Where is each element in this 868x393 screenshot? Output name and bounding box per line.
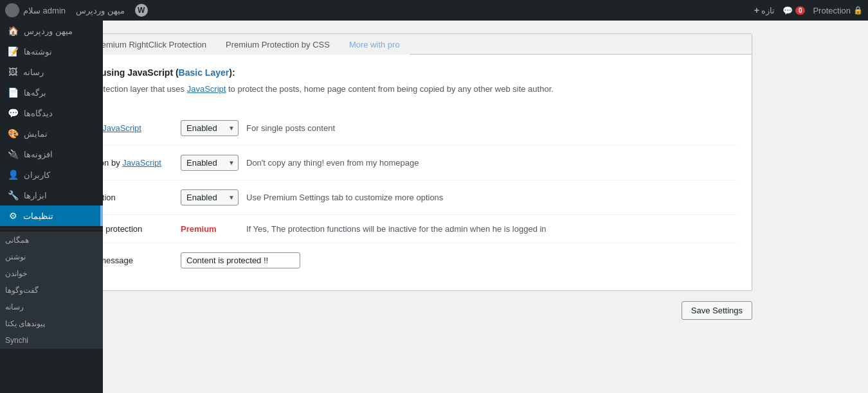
sidebar-item-posts[interactable]: نوشته‌ها 📝: [0, 41, 103, 62]
admin-bar: W میهن وردپرس سلام admin Protection 🔒 💬 …: [0, 0, 868, 21]
sidebar-label-pages: برگه‌ها: [24, 88, 46, 98]
wp-logo-icon[interactable]: W: [135, 4, 148, 17]
plus-icon: +: [754, 5, 759, 15]
users-icon: 👤: [8, 170, 19, 180]
sidebar-item-tools[interactable]: ابزارها 🔧: [0, 185, 103, 205]
submenu-label-reading: خواندن: [5, 269, 27, 278]
sidebar-label-comments: دیدگاه‌ها: [24, 109, 53, 118]
static-protection-desc: Use Premium Settings tab to customize mo…: [246, 193, 443, 202]
tabs-nav: Main Settings Premium RightClick Protect…: [14, 34, 752, 55]
submenu-media[interactable]: رسانه: [0, 299, 103, 315]
settings-icon: ⚙: [8, 211, 18, 221]
site-name[interactable]: میهن وردپرس: [76, 6, 125, 15]
tabs-container: Main Settings Premium RightClick Protect…: [13, 33, 752, 291]
sidebar-item-users[interactable]: کاربران 👤: [0, 164, 103, 185]
media-icon: 🖼: [8, 67, 18, 77]
admin-user[interactable]: سلام admin: [5, 3, 66, 17]
tab-css[interactable]: Premium Protection by CSS: [216, 34, 339, 55]
home-icon: 🏠: [8, 26, 19, 36]
posts-icon: 📝: [8, 46, 19, 57]
tools-icon: 🔧: [8, 190, 19, 200]
sidebar-item-settings[interactable]: تنظیمات ⚙: [0, 205, 103, 226]
tab-more-pro[interactable]: More with pro: [339, 34, 410, 55]
homepage-protection-select[interactable]: Enabled Disabled: [181, 155, 239, 171]
javascript-link[interactable]: JavaScript: [187, 84, 226, 94]
static-protection-control: Enabled Disabled ▼ Use Premium Settings …: [181, 189, 443, 205]
posts-select-wrapper: Enabled Disabled ▼: [181, 120, 239, 136]
homepage-protection-desc: Don't copy any thing! even from my homep…: [246, 158, 419, 168]
posts-protection-row: Posts protection by JavaScript Enabled D…: [29, 111, 736, 146]
submenu-discussion[interactable]: گفت‌وگوها: [0, 282, 103, 299]
exclude-admin-control: Premium If Yes, The protection functions…: [181, 224, 547, 234]
sidebar-item-pages[interactable]: برگه‌ها 📄: [0, 82, 103, 103]
exclude-admin-row: Exclude Admin from protection Premium If…: [29, 215, 736, 243]
submenu-label-writing: نوشتن: [5, 252, 26, 261]
submenu-writing[interactable]: نوشتن: [0, 249, 103, 265]
comment-icon: 💬: [782, 6, 793, 15]
selection-message-input[interactable]: [181, 252, 300, 268]
homepage-select-wrapper: Enabled Disabled ▼: [181, 155, 239, 171]
sidebar-item-plugins[interactable]: افزونه‌ها 🔌: [0, 144, 103, 164]
submenu-general[interactable]: همگانی: [0, 232, 103, 249]
submenu-label-discussion: گفت‌وگوها: [5, 286, 39, 295]
save-area: Save Settings: [13, 291, 752, 330]
plugins-icon: 🔌: [8, 149, 19, 159]
static-protection-select[interactable]: Enabled Disabled: [181, 189, 239, 205]
admin-bar-left: Protection 🔒 💬 0 + تازه: [754, 5, 863, 15]
premium-badge: Premium: [181, 224, 239, 234]
sidebar-label-appearance: نمایش: [24, 129, 48, 139]
posts-js-link[interactable]: JavaScript: [102, 123, 141, 133]
lock-icon: 🔒: [853, 6, 863, 15]
posts-protection-select[interactable]: Enabled Disabled: [181, 120, 239, 136]
comments-count: 0: [795, 6, 806, 15]
homepage-js-link[interactable]: JavaScript: [122, 158, 161, 168]
static-protection-row: Static page's protection Enabled Disable…: [29, 180, 736, 215]
protection-title-text: Protection: [813, 6, 851, 15]
sidebar-menu: میهن وردپرس 🏠 نوشته‌ها 📝 رسانه 🖼 برگه‌ها…: [0, 21, 103, 349]
section-title: Copy Protection using JavaScript (Basic …: [29, 67, 736, 78]
sidebar-item-appearance[interactable]: نمایش 🎨: [0, 123, 103, 144]
sidebar-item-dashboard[interactable]: میهن وردپرس 🏠: [0, 21, 103, 41]
sidebar-label-plugins: افزونه‌ها: [24, 150, 53, 159]
sidebar-label-posts: نوشته‌ها: [24, 47, 52, 57]
homepage-protection-control: Enabled Disabled ▼ Don't copy any thing!…: [181, 155, 419, 171]
avatar: [5, 3, 19, 17]
basic-layer-text: Basic Layer: [179, 67, 230, 78]
appearance-icon: 🎨: [8, 128, 19, 139]
static-select-wrapper: Enabled Disabled ▼: [181, 189, 239, 205]
tab-rightclick[interactable]: Premium RightClick Protection: [84, 34, 216, 55]
selection-message-control: [181, 252, 300, 268]
sidebar: میهن وردپرس 🏠 نوشته‌ها 📝 رسانه 🖼 برگه‌ها…: [0, 21, 103, 393]
admin-bar-right: W میهن وردپرس سلام admin: [5, 3, 148, 17]
sidebar-label-tools: ابزارها: [24, 191, 47, 200]
protection-title-area: Protection 🔒: [813, 6, 863, 15]
sidebar-item-comments[interactable]: دیدگاه‌ها 💬: [0, 103, 103, 123]
new-content-button[interactable]: + تازه: [754, 5, 775, 15]
selection-message-row: Selection disabled message: [29, 243, 736, 277]
sidebar-item-media[interactable]: رسانه 🖼: [0, 62, 103, 82]
settings-submenu: همگانی نوشتن خواندن گفت‌وگوها رسانه پیون…: [0, 232, 103, 349]
comments-icon: 💬: [8, 108, 19, 118]
pages-icon: 📄: [8, 87, 19, 98]
submenu-reading[interactable]: خواندن: [0, 265, 103, 282]
posts-protection-desc: For single posts content: [246, 123, 335, 133]
sidebar-label-dashboard: میهن وردپرس: [24, 26, 73, 36]
new-label: تازه: [761, 6, 775, 15]
submenu-label-media: رسانه: [5, 302, 24, 311]
sidebar-divider: [0, 229, 103, 229]
sidebar-label-settings: تنظیمات: [23, 211, 53, 221]
comments-button[interactable]: 💬 0: [782, 6, 806, 15]
sidebar-label-users: کاربران: [24, 170, 50, 180]
homepage-protection-row: Homepage protection by JavaScript Enable…: [29, 146, 736, 180]
sidebar-label-media: رسانه: [23, 67, 44, 77]
posts-protection-control: Enabled Disabled ▼ For single posts cont…: [181, 120, 335, 136]
submenu-permalinks[interactable]: پیوندهای یکتا: [0, 315, 103, 332]
submenu-synchi[interactable]: Synchi: [0, 332, 103, 349]
save-settings-button[interactable]: Save Settings: [682, 301, 752, 320]
admin-label: سلام admin: [23, 6, 66, 15]
submenu-label-general: همگانی: [5, 236, 29, 245]
main-content: Main Settings Premium RightClick Protect…: [0, 21, 765, 393]
submenu-label-synchi: Synchi: [5, 336, 28, 345]
submenu-label-permalinks: پیوندهای یکتا: [5, 319, 45, 328]
exclude-admin-desc: If Yes, The protection functions will be…: [246, 224, 547, 234]
